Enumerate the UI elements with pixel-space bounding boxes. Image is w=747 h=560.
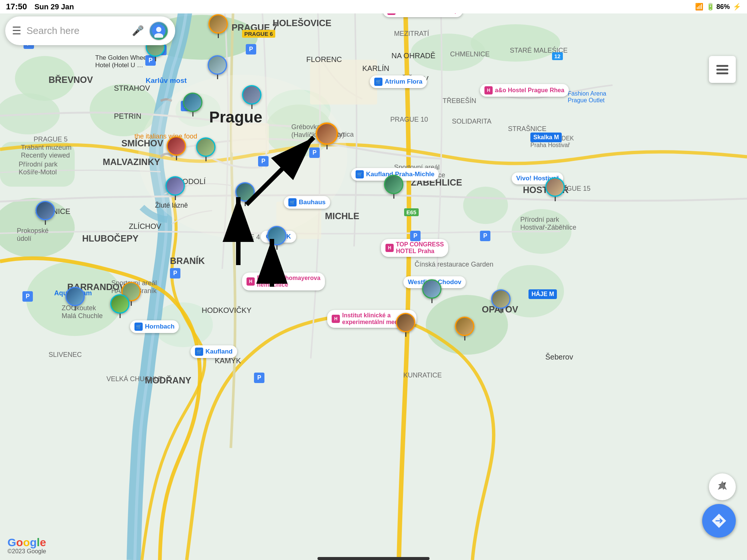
hamburger-menu[interactable]: ☰ — [12, 25, 21, 37]
poi-top-congress: H TOP CONGRESSHOTEL Praha — [381, 239, 448, 257]
google-logo: Google — [7, 536, 46, 549]
svg-rect-18 — [310, 60, 377, 105]
svg-point-27 — [156, 27, 161, 32]
directions-icon — [710, 512, 728, 529]
svg-point-9 — [26, 261, 123, 336]
sq-marker-10: P — [22, 291, 33, 302]
home-indicator — [317, 557, 430, 560]
sq-marker-8: P — [410, 231, 421, 241]
kaufland-michle-icon: 🛒 — [356, 170, 364, 178]
metro-haje: HÁJE M — [529, 289, 557, 299]
svg-rect-29 — [716, 72, 728, 74]
location-button[interactable] — [709, 473, 736, 500]
metro-skalka: Skalka M — [530, 133, 562, 142]
poi-atrium-flora: 🛒 Atrium Flora — [370, 75, 427, 88]
atrium-icon: 🛒 — [374, 78, 382, 86]
sq-marker-6: P — [258, 156, 269, 167]
sq-marker-7: P — [309, 147, 320, 158]
poi-kaufland-michle: 🛒 Kaufland Praha-Michle — [351, 168, 439, 181]
sq-marker-3: + — [156, 45, 167, 55]
sq-marker-5: P — [181, 101, 191, 111]
sq-marker-9: P — [170, 268, 180, 279]
svg-rect-30 — [716, 69, 728, 71]
user-avatar[interactable] — [149, 21, 168, 41]
poi-ao-hostel: H a&o Hostel Prague Rhea — [480, 84, 569, 97]
poi-hornbach: 🛒 Hornbach — [130, 320, 179, 333]
search-input-placeholder[interactable]: Search here — [27, 25, 127, 37]
poi-thomayerova: H Fakultní Thomayerovanemocnice — [242, 273, 325, 290]
sq-marker-4: P — [145, 55, 156, 66]
top-congress-icon: H — [385, 244, 394, 252]
charging-icon: ⚡ — [733, 3, 741, 11]
road-prague6: PRAGUE 6 — [242, 30, 275, 38]
svg-rect-31 — [716, 65, 728, 67]
status-bar: 17:50 Sun 29 Jan 📶 🔋 86% ⚡ — [0, 0, 747, 13]
hostel-icon: H — [484, 86, 493, 94]
poi-bauhaus: 🛒 Bauhaus — [284, 196, 330, 209]
kaufland-icon: 🛒 — [195, 348, 203, 356]
institut-icon: H — [332, 315, 340, 323]
poi-institut: H Institut klinické aexperimentální medi… — [327, 310, 416, 328]
poi-vivo: Vivo! Hostivař — [512, 172, 563, 184]
sq-marker-12: P — [480, 231, 490, 241]
poi-kaufland-bottom: 🛒 Kaufland — [190, 345, 237, 358]
layers-icon — [715, 62, 730, 77]
mic-icon[interactable]: 🎤 — [132, 25, 144, 37]
svg-point-15 — [471, 24, 560, 62]
copyright-text: ©2023 Google — [7, 548, 46, 555]
svg-point-17 — [426, 295, 508, 355]
hornbach-icon: 🛒 — [134, 323, 143, 331]
search-bar[interactable]: ☰ Search here 🎤 — [5, 16, 175, 45]
date-display: Sun 29 Jan — [34, 3, 74, 11]
poi-westfield: Westfield Chodov — [403, 276, 466, 288]
time-display: 17:50 — [6, 2, 27, 12]
battery-display: 🔋 86% — [706, 3, 730, 11]
svg-point-12 — [463, 187, 508, 224]
road-12: 12 — [552, 52, 563, 60]
location-icon — [716, 480, 729, 494]
sq-marker-2: P — [246, 44, 256, 55]
layer-toggle-button[interactable] — [709, 56, 736, 83]
road-e65-1: E65 — [404, 208, 419, 216]
sq-marker-11: P — [254, 373, 264, 383]
poi-ocdbk-label: OC DBK — [261, 231, 296, 243]
bauhaus-icon: 🛒 — [288, 198, 297, 206]
directions-button[interactable] — [702, 504, 736, 538]
wifi-icon: 📶 — [695, 3, 703, 11]
thomayerova-icon: H — [247, 277, 255, 286]
